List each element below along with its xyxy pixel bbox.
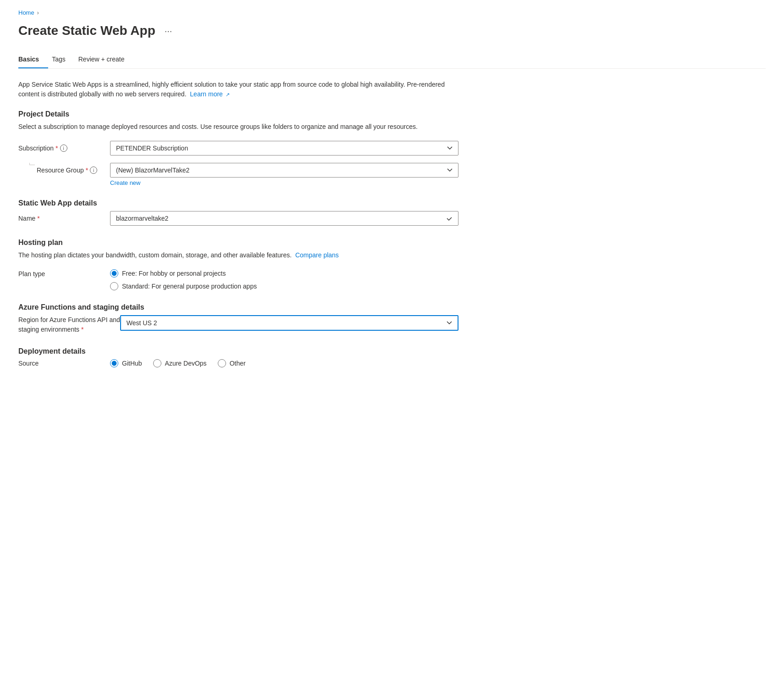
external-link-icon: ↗ [226, 91, 230, 99]
azure-functions-title: Azure Functions and staging details [18, 303, 766, 311]
region-row: Region for Azure Functions API andstagin… [18, 315, 458, 334]
page-title: Create Static Web App [18, 23, 155, 38]
hosting-plan-title: Hosting plan [18, 239, 766, 247]
radio-github-label: GitHub [122, 360, 142, 367]
plan-type-options: Free: For hobby or personal projects Sta… [110, 269, 257, 290]
subscription-control: PETENDER Subscription [110, 141, 458, 156]
static-web-app-section: Static Web App details Name * [18, 199, 766, 226]
static-web-app-title: Static Web App details [18, 199, 766, 207]
project-details-title: Project Details [18, 110, 766, 118]
radio-standard-label: Standard: For general purpose production… [122, 283, 257, 290]
tab-basics[interactable]: Basics [18, 51, 48, 68]
breadcrumb: Home › [18, 9, 766, 16]
ellipsis-button[interactable]: ··· [161, 24, 176, 38]
radio-github-input[interactable] [110, 359, 118, 367]
source-row: Source GitHub Azure DevOps Other [18, 359, 458, 367]
region-dropdown[interactable]: West US 2 [120, 315, 458, 331]
project-details-desc: Select a subscription to manage deployed… [18, 122, 458, 132]
deployment-details-section: Deployment details Source GitHub Azure D… [18, 347, 766, 367]
breadcrumb-separator: › [37, 10, 39, 16]
radio-other-label: Other [230, 360, 246, 367]
name-label: Name * [18, 211, 110, 222]
azure-functions-section: Azure Functions and staging details Regi… [18, 303, 766, 334]
resource-group-info-icon[interactable]: i [90, 167, 97, 174]
subscription-group: Subscription * i PETENDER Subscription [18, 141, 458, 156]
radio-azure-devops-label: Azure DevOps [165, 360, 207, 367]
subscription-dropdown[interactable]: PETENDER Subscription [110, 141, 458, 156]
region-label: Region for Azure Functions API andstagin… [18, 315, 120, 334]
hosting-plan-row: Plan type Free: For hobby or personal pr… [18, 269, 458, 290]
name-required: * [37, 215, 39, 222]
resource-group-dropdown[interactable]: (New) BlazorMarvelTake2 [110, 163, 458, 178]
tab-review-create[interactable]: Review + create [78, 51, 134, 68]
page-description: App Service Static Web Apps is a streaml… [18, 80, 458, 99]
deployment-details-title: Deployment details [18, 347, 766, 356]
compare-plans-link[interactable]: Compare plans [295, 251, 339, 259]
source-options: GitHub Azure DevOps Other [110, 359, 246, 367]
radio-github[interactable]: GitHub [110, 359, 142, 367]
create-new-link[interactable]: Create new [110, 179, 140, 186]
hosting-plan-desc: The hosting plan dictates your bandwidth… [18, 250, 458, 260]
tabs-container: Basics Tags Review + create [18, 51, 766, 69]
page-title-row: Create Static Web App ··· [18, 23, 766, 38]
name-input[interactable] [110, 211, 458, 226]
radio-other-input[interactable] [218, 359, 226, 367]
radio-free[interactable]: Free: For hobby or personal projects [110, 269, 257, 278]
radio-standard[interactable]: Standard: For general purpose production… [110, 282, 257, 290]
radio-azure-devops[interactable]: Azure DevOps [153, 359, 207, 367]
radio-standard-input[interactable] [110, 282, 118, 290]
hosting-plan-section: Hosting plan The hosting plan dictates y… [18, 239, 766, 290]
subscription-label: Subscription * i [18, 141, 110, 152]
source-label: Source [18, 360, 110, 367]
resource-group-control: (New) BlazorMarvelTake2 Create new [110, 163, 458, 186]
region-control: West US 2 [120, 315, 458, 331]
indent-line [18, 163, 37, 167]
radio-free-input[interactable] [110, 269, 118, 278]
plan-type-label: Plan type [18, 269, 110, 278]
resource-group-label: Resource Group * i [37, 163, 110, 174]
project-details-section: Project Details Select a subscription to… [18, 110, 766, 186]
name-control [110, 211, 458, 226]
subscription-info-icon[interactable]: i [60, 144, 67, 152]
region-required: * [81, 326, 83, 333]
resource-group-row: Resource Group * i (New) BlazorMarvelTak… [18, 163, 458, 186]
breadcrumb-home[interactable]: Home [18, 9, 34, 16]
description-text: App Service Static Web Apps is a streaml… [18, 81, 445, 98]
radio-azure-devops-input[interactable] [153, 359, 161, 367]
radio-other[interactable]: Other [218, 359, 246, 367]
resource-group-required: * [86, 167, 88, 174]
subscription-required: * [55, 144, 58, 152]
radio-free-label: Free: For hobby or personal projects [122, 270, 226, 277]
learn-more-link[interactable]: Learn more ↗ [190, 90, 229, 98]
tab-tags[interactable]: Tags [52, 51, 75, 68]
name-group: Name * [18, 211, 458, 226]
